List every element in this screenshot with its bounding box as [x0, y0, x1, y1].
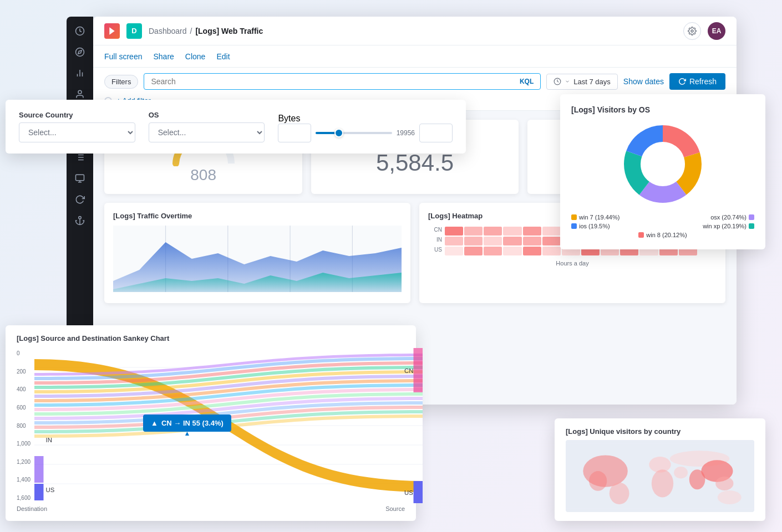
hm-cell: [464, 247, 483, 255]
donut-label-osx: osx (20.74%): [666, 214, 754, 221]
show-dates-button[interactable]: Show dates: [623, 77, 664, 86]
sidebar-icon-anchor[interactable]: [70, 211, 90, 231]
breadcrumb-current: [Logs] Web Traffic: [195, 27, 263, 35]
hm-cell: [542, 227, 561, 236]
bytes-max-input[interactable]: [419, 124, 453, 142]
sidebar-icon-compass[interactable]: [70, 42, 90, 62]
hm-cell: [445, 247, 463, 255]
top-bar: D Dashboard / [Logs] Web Traffic EA: [93, 17, 737, 45]
sub-nav: Full screen Share Clone Edit: [93, 45, 737, 68]
visitors-panel-title: [Logs] Visitors by OS: [571, 105, 754, 114]
hm-cell: [464, 227, 483, 236]
svg-point-37: [642, 143, 684, 185]
source-country-label: Source Country: [19, 111, 135, 119]
sankey-panel: [Logs] Source and Destination Sankey Cha…: [6, 325, 416, 521]
hm-cell: [523, 227, 541, 236]
svg-point-63: [689, 469, 705, 489]
worldmap-img: [566, 440, 754, 512]
sidebar-icon-monitor[interactable]: [70, 168, 90, 188]
share-link[interactable]: Share: [153, 52, 174, 61]
source-country-field: Source Country Select...: [19, 111, 135, 142]
filter-overlay-grid: Source Country Select... OS Select... By…: [19, 111, 453, 142]
breadcrumb-sep: /: [190, 27, 192, 35]
bytes-label: Bytes: [278, 114, 300, 123]
svg-point-64: [715, 477, 733, 490]
worldmap-panel: [Logs] Unique visitors by country: [555, 418, 765, 521]
sidebar-icon-chart[interactable]: [70, 63, 90, 83]
heatmap-x-label: Hours a day: [428, 260, 717, 267]
dashboard-logo: D: [126, 23, 142, 39]
sankey-title: [Logs] Source and Destination Sankey Cha…: [17, 334, 405, 342]
traffic-title: [Logs] Traffic Overtime: [113, 212, 402, 220]
svg-point-59: [652, 469, 673, 497]
svg-rect-48: [414, 348, 423, 392]
worldmap-title: [Logs] Unique visitors by country: [566, 427, 754, 436]
hm-cell: [445, 227, 463, 236]
breadcrumb: Dashboard / [Logs] Web Traffic: [149, 27, 263, 35]
gauge-value-2: 5,584.5: [376, 150, 454, 176]
hm-cell: [484, 247, 502, 255]
hm-cell: [503, 237, 521, 245]
user-avatar[interactable]: EA: [708, 22, 725, 40]
hm-cell: [542, 237, 561, 245]
svg-point-56: [589, 471, 607, 491]
filters-label: Filters: [104, 75, 138, 89]
traffic-panel: [Logs] Traffic Overtime: [104, 203, 410, 303]
fullscreen-link[interactable]: Full screen: [104, 52, 142, 61]
search-bar-container: KQL: [144, 73, 541, 90]
donut-label-win7: win 7 (19.44%): [571, 214, 660, 221]
bytes-field: Bytes 19956: [278, 114, 453, 142]
source-country-select[interactable]: Select...: [19, 122, 135, 142]
sankey-y-axis: 1,6001,4001,2001,000 8006004002000: [17, 348, 32, 503]
clone-link[interactable]: Clone: [185, 52, 206, 61]
search-input[interactable]: [151, 77, 515, 86]
hm-cell: [503, 247, 521, 255]
svg-point-6: [78, 90, 82, 94]
refresh-button[interactable]: Refresh: [669, 73, 725, 90]
settings-icon[interactable]: [683, 22, 701, 40]
svg-text:CN: CN: [404, 367, 413, 374]
edit-link[interactable]: Edit: [216, 52, 230, 61]
os-select[interactable]: Select...: [149, 122, 265, 142]
svg-rect-17: [76, 175, 84, 181]
hm-cell: [464, 237, 483, 245]
time-range-label: Last 7 days: [573, 78, 611, 86]
donut-chart: [618, 120, 707, 208]
svg-point-23: [691, 30, 693, 32]
svg-point-65: [718, 490, 742, 504]
svg-rect-47: [34, 456, 43, 483]
hm-cell: [542, 247, 561, 255]
hm-cell: [484, 237, 502, 245]
visitors-panel: [Logs] Visitors by OS win 7 (19.44%) osx…: [560, 94, 765, 249]
sidebar-icon-refresh[interactable]: [70, 190, 90, 209]
time-picker[interactable]: Last 7 days: [546, 74, 618, 90]
os-label: OS: [149, 111, 265, 119]
sidebar-icon-clock[interactable]: [70, 21, 90, 41]
svg-marker-22: [109, 27, 114, 34]
donut-label-win8: win 8 (20.12%): [571, 232, 754, 238]
filter-overlay: Source Country Select... OS Select... By…: [6, 100, 466, 154]
svg-point-1: [76, 48, 84, 57]
kql-badge[interactable]: KQL: [520, 78, 534, 85]
svg-point-20: [79, 217, 82, 219]
os-field: OS Select...: [149, 111, 265, 142]
donut-label-ios: ios (19.5%): [571, 223, 660, 229]
bytes-slider-thumb[interactable]: [334, 129, 343, 137]
kibana-logo: [104, 23, 120, 39]
svg-text:US: US: [404, 489, 413, 496]
sankey-axis: Destination Source: [17, 505, 405, 512]
gauge-value-1: 808: [190, 166, 216, 184]
svg-rect-49: [414, 481, 423, 503]
hm-cell: [445, 237, 463, 245]
svg-point-60: [674, 467, 688, 478]
svg-point-57: [610, 483, 629, 504]
bytes-min-input[interactable]: [278, 124, 311, 142]
breadcrumb-home[interactable]: Dashboard: [149, 27, 187, 35]
sankey-x-source: Source: [385, 505, 405, 512]
hm-cell: [484, 227, 502, 236]
bytes-slider-track[interactable]: [316, 132, 392, 134]
sankey-x-dest: Destination: [17, 505, 47, 512]
svg-rect-46: [34, 484, 43, 500]
hm-cell: [503, 227, 521, 236]
bytes-max-label: 19956: [397, 129, 415, 137]
